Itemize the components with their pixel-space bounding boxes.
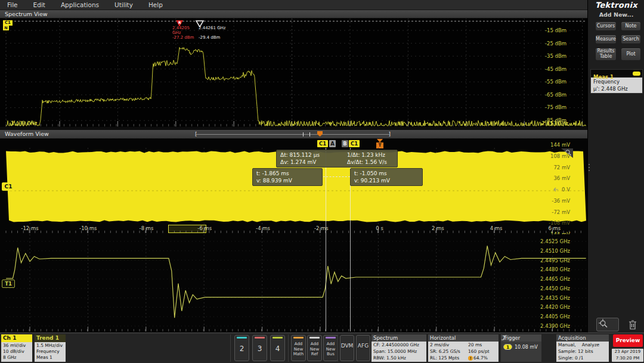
record-overview-minimap[interactable]: [ ] bbox=[194, 131, 392, 138]
menu-item[interactable]: Applications bbox=[61, 1, 99, 8]
note-button[interactable]: Note bbox=[621, 21, 641, 31]
meas-1-value: μ': 2.448 GHz bbox=[593, 85, 640, 92]
channel-1-badge-title: Ch 1 bbox=[1, 334, 32, 342]
time-axis-label: 4 ms bbox=[484, 225, 508, 233]
plot-button[interactable]: Plot bbox=[621, 48, 641, 61]
channel-button[interactable]: 4 bbox=[270, 335, 285, 361]
menu-item[interactable]: File bbox=[7, 1, 18, 8]
spectrum-trace-mode-label: N bbox=[3, 26, 9, 30]
slope-value: Δv/Δt: 1.56 V/s bbox=[347, 159, 394, 166]
oscilloscope-screen: FileEditApplicationsUtilityHelp Spectrum… bbox=[0, 0, 644, 363]
bottombar-separator bbox=[230, 334, 231, 362]
acquisition-analyze: Analyze bbox=[582, 342, 600, 348]
cursors-button[interactable]: Cursors bbox=[595, 21, 617, 31]
time-axis-label: -4 ms bbox=[251, 225, 275, 233]
add-new-label: Add New... bbox=[588, 11, 644, 18]
reference-marker-frequency: 2.44205 GHz bbox=[172, 26, 197, 35]
warning-icon: ! bbox=[468, 356, 473, 361]
minimap-right-bracket[interactable]: ] bbox=[388, 131, 391, 138]
cursor-a-readout: t: -1.865 ms v: 88.939 mV bbox=[252, 168, 323, 186]
spectrum-x-end-label: 2.453 GHz bbox=[509, 120, 568, 126]
spectrum-plot[interactable]: C1 N R 2.44205 GHz 2.44261 GHz -27.2 dBm… bbox=[0, 18, 587, 127]
cursor-a-badge[interactable]: A bbox=[329, 140, 336, 147]
afg-button-label: AFG bbox=[357, 336, 370, 356]
horizontal-settings-badge[interactable]: Horizontal 2 ms/div 20 ms SR: 6.25 GS/s … bbox=[428, 334, 499, 362]
acquisition-mode: Manual, bbox=[558, 342, 576, 348]
zoom-tool-button[interactable] bbox=[596, 318, 619, 331]
trend-1-handle[interactable]: T1 bbox=[2, 280, 15, 288]
time-axis-label: 6 ms bbox=[543, 225, 566, 233]
record-length: RL: 125 Mpts bbox=[430, 355, 468, 361]
dvm-button-label: DVM bbox=[340, 336, 354, 356]
trigger-settings-badge[interactable]: Trigger 1 10.08 mV bbox=[501, 334, 541, 362]
minimap-cursor-b-tick bbox=[309, 132, 310, 136]
channel-1-setting: 36 mV/div bbox=[3, 343, 32, 349]
channel-1-handle[interactable]: C1 bbox=[2, 182, 15, 191]
magnifier-crosshair-icon bbox=[597, 318, 610, 329]
add-new-buttons-group: Add New Math Add New Ref Add New bbox=[291, 333, 338, 359]
time-axis-label: -2 ms bbox=[309, 225, 333, 233]
menu-item[interactable]: Edit bbox=[33, 1, 45, 8]
menu-item[interactable]: Help bbox=[148, 1, 163, 8]
menu-item[interactable]: Utility bbox=[114, 1, 133, 8]
tektronix-logo: Tektronix bbox=[588, 1, 644, 10]
acquisition-settings-badge[interactable]: Acquisition Manual, Analyze Sample: 12 b… bbox=[556, 334, 609, 362]
add-new-button[interactable]: Add New Ref bbox=[307, 335, 322, 361]
spectrum-x-start-label: 2.438 GHz bbox=[11, 120, 37, 126]
meas-1-title: Meas 1 bbox=[591, 74, 614, 80]
channel-button[interactable]: 3 bbox=[252, 335, 267, 361]
panel-divider-handle[interactable] bbox=[589, 162, 590, 173]
cursor-connector-line bbox=[323, 176, 350, 177]
spectrum-view-title: Spectrum View bbox=[5, 11, 48, 17]
trend-1-badge[interactable]: Trend 1 1.5 MHz/divFrequencyMeas 1 bbox=[35, 334, 66, 362]
dvm-button[interactable]: DVM bbox=[340, 335, 354, 361]
add-new-button[interactable]: Add New Math bbox=[291, 335, 306, 361]
afg-button[interactable]: AFG bbox=[356, 335, 370, 361]
trigger-source-badge: 1 bbox=[503, 344, 512, 350]
trend-plot[interactable]: 2.4525 GHz2.4510 GHz2.4495 GHz2.4480 GHz… bbox=[0, 234, 587, 332]
spectrum-settings-badge[interactable]: Spectrum CF: 2.44500000 GHzSpan: 15.0000… bbox=[371, 334, 426, 362]
acquisition-settings-title: Acquisition bbox=[556, 334, 609, 342]
minimap-left-bracket[interactable]: [ bbox=[195, 131, 197, 138]
cursor-b-badge[interactable]: B bbox=[342, 140, 348, 147]
time-value: 7:30:20 PM bbox=[612, 355, 643, 362]
minimap-trigger-position-marker[interactable] bbox=[317, 131, 323, 136]
time-axis-label: -12 ms bbox=[18, 225, 42, 233]
acquisition-sample-bits: Sample: 12 bits bbox=[558, 348, 609, 355]
add-new-button[interactable]: Add New Bus bbox=[323, 335, 338, 361]
time-axis: -12 ms-10 ms-8 ms-6 ms-4 ms-2 ms0 s2 ms4… bbox=[18, 225, 566, 233]
time-axis-label: -10 ms bbox=[76, 225, 100, 233]
measure-button[interactable]: Measure bbox=[595, 35, 617, 44]
minimap-cursor-a-tick bbox=[303, 132, 304, 136]
minimap-record-line bbox=[196, 134, 389, 135]
channel-button[interactable]: 2 bbox=[234, 335, 249, 361]
trend-1-setting: Frequency bbox=[36, 349, 66, 355]
spectrum-channel-badge[interactable]: C1 N bbox=[3, 20, 13, 30]
results-table-button[interactable]: Results Table bbox=[595, 48, 617, 61]
meas-1-result-badge[interactable]: Meas 1 Frequency μ': 2.448 GHz bbox=[590, 69, 643, 94]
reference-marker-amplitude: -27.2 dBm bbox=[172, 35, 197, 40]
clip-indicator-icon bbox=[552, 187, 559, 193]
cursor-a-source-badge[interactable]: C1 bbox=[317, 140, 328, 147]
inverse-delta-t-value: 1/Δt: 1.23 kHz bbox=[347, 151, 394, 159]
trash-button[interactable] bbox=[626, 318, 639, 331]
channel-button-label: 4 bbox=[271, 339, 284, 359]
preview-button[interactable]: Preview bbox=[613, 334, 643, 347]
horizontal-window: 20 ms bbox=[468, 342, 499, 348]
menu-bar: FileEditApplicationsUtilityHelp bbox=[0, 0, 587, 10]
right-sidebar: Tektronix Add New... Cursors Note Measur… bbox=[587, 0, 644, 333]
sample-rate: SR: 6.25 GS/s bbox=[430, 348, 468, 355]
time-axis-label: -8 ms bbox=[135, 225, 159, 233]
search-button[interactable]: Search bbox=[621, 35, 641, 44]
channel-1-badge[interactable]: Ch 1 36 mV/div10 dB/div8 GHz bbox=[1, 334, 32, 362]
time-axis-label: 0 s bbox=[368, 225, 392, 233]
cursor-b-source-badge[interactable]: C1 bbox=[349, 140, 360, 147]
cursor-a-line[interactable] bbox=[326, 148, 326, 331]
horizontal-scale: 2 ms/div bbox=[430, 342, 468, 348]
trend-1-badge-title: Trend 1 bbox=[35, 334, 66, 342]
datetime-display: 23 Apr 2019 7:30:20 PM bbox=[612, 349, 643, 362]
peak-marker-frequency: 2.44261 GHz bbox=[199, 26, 226, 35]
cursor-b-voltage: v: 90.213 mV bbox=[354, 177, 419, 184]
bottombar-separator bbox=[338, 334, 338, 362]
trend-1-setting: Meas 1 bbox=[36, 355, 66, 361]
